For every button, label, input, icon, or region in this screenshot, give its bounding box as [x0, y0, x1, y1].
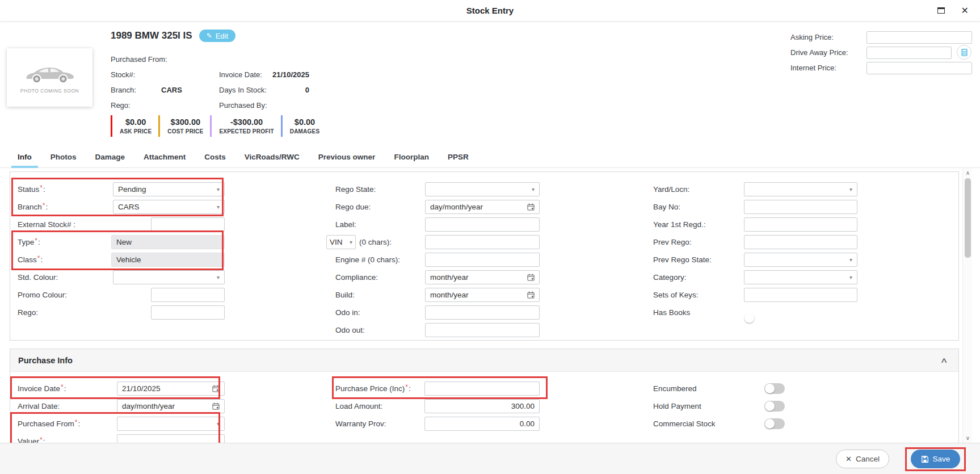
- tab-damage[interactable]: Damage: [95, 149, 125, 168]
- kpi-strip: $0.00 ASK PRICE $300.00 COST PRICE -$300…: [111, 115, 326, 137]
- save-button-label: Save: [933, 455, 950, 463]
- purchased-from-select[interactable]: ▾: [117, 417, 225, 431]
- arrival-date-input[interactable]: day/month/year: [117, 399, 225, 413]
- tab-ppsr[interactable]: PPSR: [448, 149, 469, 168]
- vin-type-select[interactable]: VIN ▾: [326, 235, 356, 249]
- class-field-readonly: Vehicle: [111, 253, 225, 267]
- drive-away-price-input[interactable]: [867, 47, 952, 59]
- asking-price-input[interactable]: [867, 31, 972, 44]
- type-field-readonly: New: [111, 235, 225, 249]
- prev-rego-input[interactable]: [744, 235, 857, 249]
- year-first-regd-input[interactable]: [744, 217, 857, 232]
- edit-button-label: Edit: [216, 32, 228, 40]
- load-amount-input[interactable]: 300.00: [424, 399, 540, 413]
- promo-colour-input[interactable]: [151, 288, 225, 302]
- purchase-price-input[interactable]: [424, 381, 540, 396]
- promo-colour-row: Promo Colour:: [18, 286, 225, 304]
- hold-payment-row: Hold Payment: [653, 397, 857, 415]
- header: PHOTO COMING SOON 1989 BMW 325I IS ✎ Edi…: [0, 22, 980, 149]
- calendar-icon[interactable]: [527, 203, 535, 211]
- arrival-date-label: Arrival Date:: [18, 402, 117, 410]
- rego-input[interactable]: [151, 305, 225, 320]
- rego-due-date-input[interactable]: day/month/year: [425, 200, 540, 214]
- price-calculator-button[interactable]: [957, 45, 971, 60]
- scroll-up-icon[interactable]: ∧: [963, 169, 973, 177]
- branch-select[interactable]: CARS ▾: [113, 200, 225, 214]
- invoice-date-input[interactable]: 21/10/2025: [117, 381, 225, 396]
- std-colour-label: Std. Colour:: [18, 273, 113, 282]
- edit-button[interactable]: ✎ Edit: [199, 30, 235, 42]
- prev-rego-state-select[interactable]: ▾: [744, 253, 857, 267]
- bay-no-input[interactable]: [744, 200, 857, 214]
- tab-floorplan[interactable]: Floorplan: [394, 149, 429, 168]
- days-in-stock-value: 0: [305, 86, 309, 94]
- label-input[interactable]: [425, 217, 540, 232]
- warranty-prov-input[interactable]: 0.00: [424, 417, 540, 431]
- hold-payment-toggle[interactable]: [764, 401, 785, 412]
- compliance-date-input[interactable]: month/year: [425, 270, 540, 284]
- yard-locn-row: Yard/Locn: ▾: [653, 181, 857, 198]
- external-stock-input[interactable]: [151, 217, 225, 232]
- internet-price-label: Internet Price:: [790, 64, 867, 72]
- odo-out-input[interactable]: [425, 323, 540, 337]
- cancel-x-icon: ✕: [846, 455, 852, 463]
- tab-previous-owner[interactable]: Previous owner: [318, 149, 376, 168]
- tab-costs[interactable]: Costs: [204, 149, 226, 168]
- rego-state-label: Rego State:: [335, 185, 425, 194]
- purchased-from-row: Purchased From*: ▾: [18, 415, 225, 433]
- rego-due-row: Rego due: day/month/year: [335, 198, 540, 216]
- asking-price-label: Asking Price:: [790, 33, 867, 41]
- load-amount-label: Load Amount:: [335, 402, 424, 410]
- collapse-chevron-icon[interactable]: ∧: [940, 356, 948, 364]
- purchased-from-field-label: Purchased From: [18, 420, 74, 428]
- scrollbar-thumb[interactable]: [965, 178, 971, 258]
- scroll-down-icon[interactable]: ∨: [963, 434, 973, 442]
- odo-in-label: Odo in:: [335, 308, 425, 317]
- commercial-stock-row: Commercial Stock: [653, 415, 857, 433]
- internet-price-input[interactable]: [867, 62, 972, 74]
- purchased-from-label: Purchased From:: [111, 55, 161, 64]
- odo-in-input[interactable]: [425, 305, 540, 320]
- compliance-row: Compliance: month/year: [335, 269, 540, 286]
- calendar-icon[interactable]: [212, 385, 220, 392]
- save-button[interactable]: Save: [911, 450, 960, 468]
- yard-locn-select[interactable]: ▾: [744, 182, 857, 196]
- vin-input[interactable]: [425, 235, 540, 249]
- vertical-scrollbar[interactable]: ∧ ∨: [962, 168, 972, 443]
- encumbered-toggle[interactable]: [764, 383, 785, 394]
- tab-info[interactable]: Info: [18, 149, 32, 168]
- vehicle-photo-placeholder[interactable]: PHOTO COMING SOON: [7, 48, 92, 107]
- engine-input[interactable]: [425, 253, 540, 267]
- close-icon[interactable]: ✕: [961, 5, 969, 17]
- build-date-input[interactable]: month/year: [425, 288, 540, 302]
- external-stock-row: External Stock# :: [18, 216, 225, 233]
- vin-chars-label: (0 chars):: [359, 238, 392, 246]
- status-select[interactable]: Pending ▾: [113, 182, 225, 196]
- sets-of-keys-input[interactable]: [744, 288, 857, 302]
- calendar-icon[interactable]: [527, 291, 535, 299]
- stat-label: COST PRICE: [167, 128, 203, 136]
- warranty-prov-label: Warranty Prov:: [335, 420, 424, 428]
- tab-photos[interactable]: Photos: [51, 149, 77, 168]
- calendar-icon[interactable]: [527, 274, 535, 281]
- chevron-down-icon: ▾: [217, 204, 220, 210]
- tab-attachment[interactable]: Attachment: [144, 149, 186, 168]
- commercial-stock-toggle[interactable]: [764, 418, 785, 429]
- rego-label: Rego:: [111, 101, 161, 110]
- valuer-input[interactable]: [117, 434, 225, 443]
- cancel-button[interactable]: ✕ Cancel: [836, 450, 889, 468]
- calendar-icon[interactable]: [212, 402, 220, 410]
- stock-number-label: Stock#:: [111, 70, 161, 79]
- invoice-date-field-label: Invoice Date: [18, 384, 60, 393]
- maximize-icon[interactable]: [937, 7, 945, 14]
- stat-label: ASK PRICE: [120, 128, 152, 136]
- tab-vicroads-rwc[interactable]: VicRoads/RWC: [245, 149, 300, 168]
- category-select[interactable]: ▾: [744, 270, 857, 284]
- stock-entry-window: Stock Entry ✕ PHOTO COMING SOON 1989 BMW…: [0, 0, 980, 474]
- bay-no-label: Bay No:: [653, 203, 744, 211]
- rego-state-select[interactable]: ▾: [425, 182, 540, 196]
- vehicle-title: 1989 BMW 325I IS: [111, 30, 192, 41]
- type-row: Type*: New: [18, 233, 225, 251]
- std-colour-select[interactable]: ▾: [113, 270, 225, 284]
- sets-of-keys-label: Sets of Keys:: [653, 291, 744, 299]
